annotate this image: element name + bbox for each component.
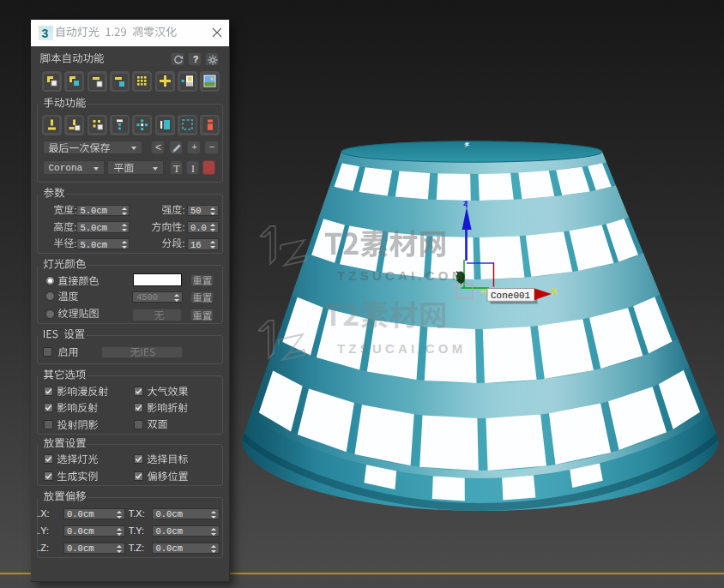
svg-text:3: 3 [42, 27, 49, 40]
